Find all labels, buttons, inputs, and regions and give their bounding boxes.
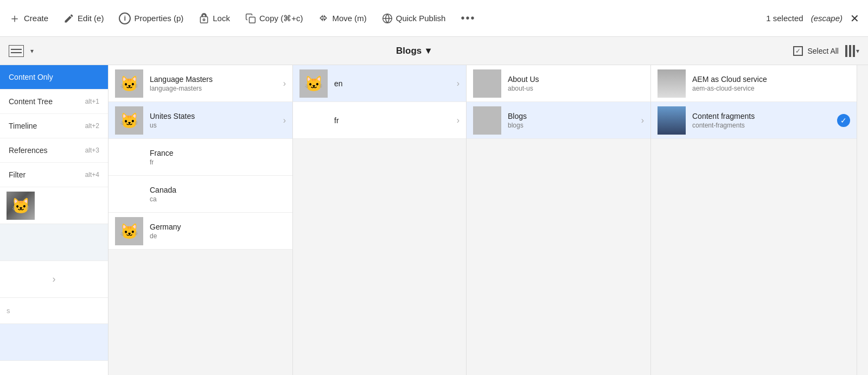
item-info-language-masters: Language Masters language-masters: [150, 75, 279, 92]
move-icon: [318, 13, 329, 24]
selection-info: 1 selected (escape) ✕: [766, 13, 859, 24]
view-toggle-button[interactable]: ▾: [9, 45, 34, 57]
col4-item-content-fragments[interactable]: Content fragments content-fragments ✓: [651, 102, 857, 139]
select-all-button[interactable]: Select All: [793, 46, 839, 56]
thumb-germany: [115, 217, 143, 245]
escape-hint: (escape): [811, 14, 843, 23]
col1-item-unites-states[interactable]: Unites States us ›: [108, 102, 292, 139]
sidebar-item-filter[interactable]: Filter alt+4: [0, 163, 108, 187]
selected-check-content-fragments: ✓: [837, 114, 850, 127]
globe-icon: [382, 13, 393, 24]
thumb-language-masters: [115, 69, 143, 98]
properties-icon: i: [119, 12, 131, 24]
col1-item-germany[interactable]: Germany de: [108, 213, 292, 250]
item-info-fr: fr: [334, 116, 452, 125]
col3-item-blogs[interactable]: Blogs blogs ›: [467, 102, 650, 139]
view-dropdown-arrow: ▾: [30, 47, 34, 55]
toolbar: ＋ Create Edit (e) i Properties (p) Lock …: [0, 0, 868, 37]
move-button[interactable]: Move (m): [318, 13, 366, 24]
breadcrumb-arrow: ▾: [426, 45, 431, 56]
thumb-blogs: [473, 106, 501, 135]
edit-button[interactable]: Edit (e): [63, 13, 104, 24]
thumb-about-us: [473, 69, 501, 98]
column-3: About Us about-us Blogs blogs ›: [467, 65, 651, 375]
col1-item-canada[interactable]: Canada ca: [108, 176, 292, 213]
col2-item-fr[interactable]: fr ›: [293, 102, 466, 139]
thumb-unites-states: [115, 106, 143, 135]
column-view-button[interactable]: [845, 45, 855, 57]
breadcrumb[interactable]: Blogs ▾: [396, 45, 431, 56]
col-bar-3: [853, 45, 855, 57]
view-icon: [9, 45, 24, 57]
chevron-blogs: ›: [641, 116, 644, 125]
chevron-unites-states: ›: [283, 116, 286, 125]
col1-item-language-masters[interactable]: Language Masters language-masters ›: [108, 65, 292, 102]
sidebar-item-timeline[interactable]: Timeline alt+2: [0, 114, 108, 138]
chevron-fr: ›: [457, 116, 459, 125]
thumb-aem-cloud: [658, 69, 686, 98]
column-2: en › fr ›: [293, 65, 467, 375]
item-info-france: France fr: [150, 149, 286, 166]
column-4: AEM as Cloud service aem-as-cloud-servic…: [651, 65, 857, 375]
sidebar-panel: Content Only Content Tree alt+1 Timeline…: [0, 65, 108, 375]
copy-icon: [245, 13, 256, 24]
thumb-content-fragments: [658, 106, 686, 135]
col3-item-about-us[interactable]: About Us about-us: [467, 65, 650, 102]
copy-button[interactable]: Copy (⌘+c): [245, 13, 303, 24]
svg-rect-0: [249, 17, 255, 23]
item-info-blogs: Blogs blogs: [508, 112, 637, 129]
edit-icon: [63, 13, 74, 24]
chevron-language-masters: ›: [283, 79, 286, 88]
lock-button[interactable]: Lock: [199, 13, 230, 24]
col2-item-en[interactable]: en ›: [293, 65, 466, 102]
sidebar-item-content-only[interactable]: Content Only: [0, 65, 108, 90]
close-selection-button[interactable]: ✕: [850, 13, 859, 24]
item-info-en: en: [334, 79, 452, 88]
item-info-germany: Germany de: [150, 223, 286, 240]
column-1: Language Masters language-masters › Unit…: [108, 65, 293, 375]
col-bar-1: [845, 45, 847, 57]
col4-item-aem-cloud[interactable]: AEM as Cloud service aem-as-cloud-servic…: [651, 65, 857, 102]
sidebar-chevron-1[interactable]: ›: [0, 261, 108, 298]
item-info-content-fragments: Content fragments content-fragments: [692, 112, 850, 129]
create-button[interactable]: ＋ Create: [9, 12, 48, 24]
create-icon: ＋: [9, 12, 21, 24]
item-info-canada: Canada ca: [150, 186, 286, 203]
selected-count: 1 selected: [766, 14, 803, 23]
quick-publish-button[interactable]: Quick Publish: [382, 13, 446, 24]
thumb-en: [299, 69, 328, 98]
lock-icon: [199, 13, 209, 24]
sidebar-item-references[interactable]: References alt+3: [0, 138, 108, 163]
col1-item-france[interactable]: France fr: [108, 139, 292, 176]
secondary-bar: ▾ Blogs ▾ Select All ▾: [0, 37, 868, 65]
item-info-about-us: About Us about-us: [508, 75, 644, 92]
properties-button[interactable]: i Properties (p): [119, 12, 183, 24]
sidebar-chevron-2[interactable]: ›: [0, 361, 108, 375]
main-content: Content Only Content Tree alt+1 Timeline…: [0, 65, 868, 375]
item-info-aem-cloud: AEM as Cloud service aem-as-cloud-servic…: [692, 75, 850, 92]
col-view-dropdown-arrow: ▾: [856, 47, 859, 55]
sidebar-item-content-tree[interactable]: Content Tree alt+1: [0, 90, 108, 114]
item-info-unites-states: Unites States us: [150, 112, 279, 129]
more-button[interactable]: •••: [461, 12, 475, 24]
chevron-en: ›: [457, 79, 459, 88]
select-all-checkbox: [793, 46, 803, 56]
col-bar-2: [849, 45, 851, 57]
sidebar-ghost-item-1: [0, 187, 108, 224]
